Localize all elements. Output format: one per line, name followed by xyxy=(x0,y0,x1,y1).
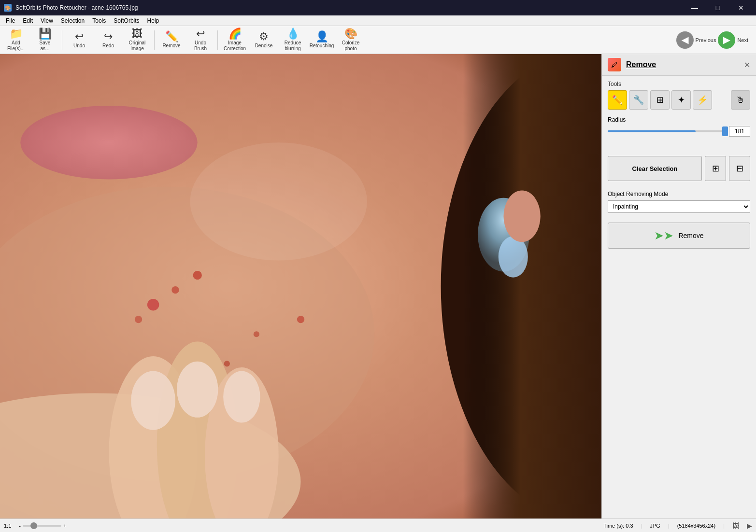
previous-label: Previous xyxy=(696,37,716,43)
brush-tool-button[interactable]: ✏️ xyxy=(608,90,627,110)
remove-icon: ✏️ xyxy=(165,31,178,42)
lasso-tool-button[interactable]: ✦ xyxy=(671,90,691,110)
radius-label: Radius xyxy=(608,116,750,123)
image-canvas[interactable] xyxy=(0,54,601,518)
next-label: Next xyxy=(737,37,748,43)
image-correction-label: ImageCorrection xyxy=(224,40,246,52)
zoom-track[interactable] xyxy=(23,525,61,527)
toolbar-separator-3 xyxy=(217,30,218,50)
dimensions-label: (5184x3456x24) xyxy=(677,523,716,529)
magic-wand-tool-button[interactable]: ⚡ xyxy=(693,90,712,110)
menu-help[interactable]: Help xyxy=(143,16,163,25)
format-label: JPG xyxy=(650,523,660,529)
menu-view[interactable]: View xyxy=(37,16,57,25)
toolbox-close-button[interactable]: ✕ xyxy=(744,60,750,70)
magic-wand-icon: ⚡ xyxy=(697,95,708,105)
svg-point-7 xyxy=(254,331,259,337)
mode-select[interactable]: Inpainting Content-Aware Fill Texture Sy… xyxy=(608,200,750,213)
image-correction-button[interactable]: 🌈 ImageCorrection xyxy=(221,28,249,53)
svg-point-6 xyxy=(171,286,179,294)
clear-selection-button[interactable]: Clear Selection xyxy=(608,156,702,181)
add-files-label: AddFile(s)... xyxy=(7,40,25,52)
radius-slider-track[interactable] xyxy=(608,130,725,132)
svg-point-22 xyxy=(190,142,367,260)
toolbox-title-row: 🖊 Remove xyxy=(608,58,656,71)
colorize-photo-button[interactable]: 🎨 Colorizephoto xyxy=(337,28,365,53)
zoom-thumb[interactable] xyxy=(30,522,37,529)
svg-point-18 xyxy=(223,371,260,423)
tools-section: Tools ✏️ 🔧 ⊞ ✦ ⚡ 🖱 xyxy=(602,76,756,114)
save-as-button[interactable]: 💾 Saveas... xyxy=(31,28,59,53)
undo-label: Undo xyxy=(73,43,85,48)
social-icon-2[interactable]: ▶ xyxy=(747,522,752,530)
svg-rect-2 xyxy=(463,54,601,518)
image-area[interactable] xyxy=(0,54,601,518)
svg-point-20 xyxy=(499,236,528,278)
redo-icon: ↪ xyxy=(104,31,113,42)
status-sep-3: | xyxy=(723,523,725,529)
status-sep-2: | xyxy=(668,523,670,529)
rect-select-tool-button[interactable]: ⊞ xyxy=(650,90,670,110)
undo-brush-button[interactable]: ↩ UndoBrush xyxy=(186,28,214,53)
remove-button[interactable]: ✏️ Remove xyxy=(157,28,185,53)
remove-action-icon: ➤➤ xyxy=(654,229,673,242)
social-icon-1[interactable]: 🖼 xyxy=(732,522,739,530)
undo-icon: ↩ xyxy=(75,31,84,42)
redo-label: Redo xyxy=(102,43,114,48)
select-all-button[interactable]: ⊞ xyxy=(705,156,726,181)
maximize-button[interactable]: □ xyxy=(707,0,729,15)
mode-label: Object Removing Mode xyxy=(608,191,750,197)
svg-point-21 xyxy=(503,190,540,242)
menu-tools[interactable]: Tools xyxy=(88,16,110,25)
radius-row: 181 xyxy=(608,126,750,137)
zoom-minus[interactable]: - xyxy=(19,523,21,529)
remove-action-button[interactable]: ➤➤ Remove xyxy=(608,223,750,249)
menu-selection[interactable]: Selection xyxy=(57,16,88,25)
invert-selection-button[interactable]: ⊟ xyxy=(729,156,750,181)
toolbox-title[interactable]: Remove xyxy=(626,60,656,69)
menu-file[interactable]: File xyxy=(2,16,19,25)
app-icon: 🎨 xyxy=(4,4,12,12)
denoise-icon: ⚙ xyxy=(259,31,269,42)
denoise-label: Denoise xyxy=(255,43,273,48)
svg-point-11 xyxy=(135,316,142,323)
svg-point-16 xyxy=(131,371,175,430)
svg-point-9 xyxy=(224,361,230,366)
toolbar-navigation: ◀ Previous ▶ Next xyxy=(676,31,748,49)
redo-button[interactable]: ↪ Redo xyxy=(94,28,122,53)
radius-value-display[interactable]: 181 xyxy=(729,126,750,137)
previous-button[interactable]: ◀ xyxy=(676,31,694,49)
main-area: 🖊 Remove ✕ Tools ✏️ 🔧 ⊞ ✦ xyxy=(0,54,756,518)
next-button[interactable]: ▶ xyxy=(718,31,735,49)
svg-point-5 xyxy=(193,271,202,280)
lasso-icon: ✦ xyxy=(678,95,685,105)
close-button[interactable]: ✕ xyxy=(730,0,752,15)
svg-point-3 xyxy=(20,106,197,180)
brush-icon: ✏️ xyxy=(612,95,623,105)
retouching-button[interactable]: 👤 Retouching xyxy=(308,28,336,53)
original-image-button[interactable]: 🖼 OriginalImage xyxy=(123,28,151,53)
title-bar: 🎨 SoftOrbits Photo Retoucher - acne-1606… xyxy=(0,0,756,15)
zoom-plus[interactable]: + xyxy=(63,523,66,529)
radius-slider-thumb[interactable] xyxy=(722,126,728,136)
colorize-photo-icon: 🎨 xyxy=(344,28,357,39)
spacer-1 xyxy=(602,141,756,151)
add-files-button[interactable]: 📁 AddFile(s)... xyxy=(2,28,30,53)
reduce-blurring-button[interactable]: 💧 Reduceblurring xyxy=(279,28,307,53)
denoise-button[interactable]: ⚙ Denoise xyxy=(250,28,278,53)
menu-softorbits[interactable]: SoftOrbits xyxy=(110,16,143,25)
tools-label: Tools xyxy=(608,81,750,87)
eraser-tool-button[interactable]: 🔧 xyxy=(629,90,648,110)
toolbox-panel: 🖊 Remove ✕ Tools ✏️ 🔧 ⊞ ✦ xyxy=(601,54,756,518)
retouching-label: Retouching xyxy=(310,43,334,48)
menu-edit[interactable]: Edit xyxy=(19,16,37,25)
window-title: SoftOrbits Photo Retoucher - acne-160676… xyxy=(15,4,680,11)
select-all-icon: ⊞ xyxy=(712,163,719,174)
svg-point-8 xyxy=(297,316,304,323)
minimize-button[interactable]: — xyxy=(684,0,706,15)
eraser-icon: 🔧 xyxy=(633,95,644,105)
save-as-icon: 💾 xyxy=(39,28,52,39)
stamp-tool-button[interactable]: 🖱 xyxy=(731,90,750,110)
invert-selection-icon: ⊟ xyxy=(736,163,743,174)
undo-button[interactable]: ↩ Undo xyxy=(65,28,93,53)
